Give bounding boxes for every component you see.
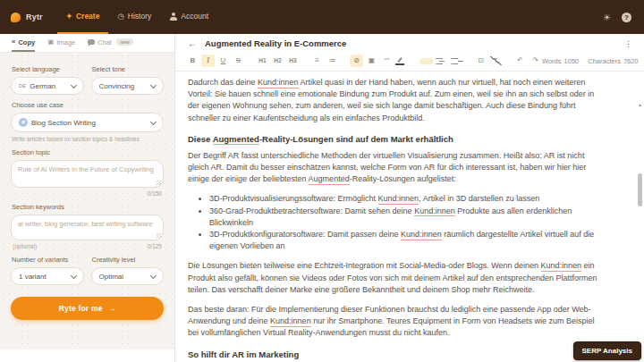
- align-left-button[interactable]: [419, 58, 433, 64]
- scroll-up-icon[interactable]: ▲: [638, 103, 642, 107]
- back-button[interactable]: ←: [188, 39, 197, 48]
- italic-button[interactable]: I: [201, 55, 215, 67]
- characters-stat: Characters7620: [588, 57, 638, 65]
- text-color-button[interactable]: [395, 57, 409, 65]
- creativity-select[interactable]: Optimal: [91, 267, 165, 285]
- paragraph: Der Begriff AR fasst unterschiedliche Me…: [188, 150, 601, 186]
- sidebar-panel: Select language DE German Select tone Co…: [0, 53, 174, 349]
- heading-3-button[interactable]: H3: [286, 55, 300, 67]
- section-heading: So hilft dir AR im Marketing: [188, 349, 601, 360]
- editor: ← Augmented Reality in E-Commerce ⋮ BIUS…: [175, 34, 644, 362]
- spellcheck-marked-text: Augmented: [213, 134, 259, 146]
- select-language-label: Select language: [12, 65, 83, 73]
- text-segment: -Reality-Lösungen aufgelistet:: [350, 174, 456, 183]
- undo-button[interactable]: ↶: [513, 55, 527, 67]
- text-segment: 3D-Produktkonfiguratorsoftware: Damit pa…: [209, 230, 401, 239]
- serp-analysis-button[interactable]: SERP Analysis: [573, 341, 641, 360]
- keywords-optional: (optional): [13, 243, 37, 249]
- resize-handle-icon[interactable]: [157, 181, 161, 185]
- nav-history-label: History: [128, 12, 151, 21]
- section-keywords-input[interactable]: [11, 215, 164, 240]
- use-case-icon: ∗: [19, 118, 28, 127]
- ryte-for-me-label: Ryte for me: [59, 304, 103, 313]
- redo-button[interactable]: ↷: [529, 55, 542, 67]
- clear-format-button[interactable]: T: [489, 55, 503, 67]
- brand[interactable]: Rytr: [11, 0, 43, 34]
- brand-name: Rytr: [26, 13, 43, 21]
- clock-icon: ◷: [117, 13, 123, 21]
- rytr-logo-icon: [11, 13, 21, 22]
- align-center-button[interactable]: [435, 58, 448, 64]
- unlink-button[interactable]: ⊘: [350, 55, 363, 67]
- ordered-list-button[interactable]: ≔: [326, 55, 339, 67]
- nav-create[interactable]: ✦ Create: [57, 0, 109, 34]
- insert-image-button[interactable]: ▣: [365, 55, 378, 67]
- list-item: 3D-Produktvisualisierungssoftware: Ermög…: [209, 193, 601, 205]
- chevron-down-icon: [150, 118, 157, 124]
- rytr-app: Rytr ✦ Create ◷ History Account ☀ ?: [0, 0, 644, 362]
- spellcheck-marked-text: Kund:innen: [258, 78, 299, 88]
- topbar-actions: ☀ ?: [590, 0, 644, 34]
- tab-copy[interactable]: ≡ Copy: [12, 34, 35, 52]
- tone-select[interactable]: Convincing: [91, 77, 165, 95]
- bold-button[interactable]: B: [186, 55, 199, 67]
- use-case-value: Blog Section Writing: [31, 119, 148, 127]
- nav-account-label: Account: [181, 12, 208, 21]
- copy-icon: ≡: [12, 38, 15, 46]
- nav-history[interactable]: ◷ History: [108, 0, 160, 34]
- topic-counter: 0/150: [148, 190, 162, 197]
- theme-toggle-icon[interactable]: ☀: [603, 13, 611, 22]
- section-keywords-label: Section keywords: [12, 203, 163, 211]
- section-topic-label: Section topic: [12, 148, 163, 156]
- section-topic-input[interactable]: [11, 160, 164, 188]
- sparkle-icon: ✦: [66, 13, 72, 21]
- document-title[interactable]: Augmented Reality in E-Commerce: [205, 38, 622, 48]
- arrow-right-icon: →: [108, 304, 116, 313]
- tab-chat[interactable]: Chat new: [88, 34, 133, 52]
- spellcheck-marked-text: Kund:innen: [401, 230, 442, 240]
- use-case-select[interactable]: ∗ Blog Section Writing: [11, 113, 164, 132]
- strikethrough-button[interactable]: S: [232, 55, 245, 67]
- spellcheck-marked-text: Kund:innen: [270, 316, 311, 327]
- variants-select[interactable]: 1 variant: [11, 267, 84, 285]
- spellcheck-marked-text: Kund:innen: [541, 261, 582, 272]
- language-value: German: [30, 82, 67, 90]
- list-item: 3D-Produktkonfiguratorsoftware: Damit pa…: [209, 229, 601, 252]
- tab-image[interactable]: ▣ Image: [47, 34, 75, 52]
- select-tone-label: Select tone: [92, 65, 164, 73]
- insert-media-button[interactable]: ⊡: [474, 55, 487, 67]
- ryte-for-me-button[interactable]: Ryte for me →: [11, 297, 164, 320]
- document-body[interactable]: Dadurch das deine Kund:innen Artikel qua…: [175, 72, 644, 362]
- topbar: Rytr ✦ Create ◷ History Account ☀ ?: [0, 0, 644, 34]
- toolbar-row: BIUSH1H2H3≡≔⊘▣“”⊡T↶↷ Words1050 Character…: [175, 51, 644, 72]
- editor-header: ← Augmented Reality in E-Commerce ⋮: [175, 34, 644, 51]
- text-segment: , Artikel in 3D darstellen zu lassen: [419, 194, 539, 203]
- language-select[interactable]: DE German: [11, 77, 84, 95]
- scrollbar[interactable]: ▲ ▼: [637, 105, 643, 357]
- text-segment: Die Lösungen bieten teilweise eine Echtz…: [188, 261, 541, 270]
- more-options-icon[interactable]: ⋮: [622, 39, 635, 48]
- person-icon: [169, 13, 177, 21]
- paragraph: Die Lösungen bieten teilweise eine Echtz…: [188, 260, 601, 296]
- bullet-list-button[interactable]: ≡: [310, 55, 324, 67]
- heading-1-button[interactable]: H1: [256, 55, 269, 67]
- scrollbar-thumb[interactable]: [638, 173, 642, 206]
- heading-2-button[interactable]: H2: [271, 55, 284, 67]
- nav-create-label: Create: [76, 12, 99, 21]
- text-segment: -Reality-Lösungen sind auf dem Markt erh…: [259, 134, 453, 144]
- editor-toolbar: BIUSH1H2H3≡≔⊘▣“”⊡T↶↷: [186, 55, 542, 67]
- new-badge: new: [116, 38, 133, 46]
- underline-button[interactable]: U: [216, 55, 230, 67]
- align-right-button[interactable]: [450, 58, 463, 64]
- spellcheck-marked-text: Kund:innen: [378, 194, 419, 205]
- help-icon[interactable]: ?: [622, 13, 631, 22]
- blockquote-button[interactable]: “”: [380, 55, 394, 67]
- paragraph: Das beste daran: Für die Implementierung…: [188, 304, 601, 340]
- spellcheck-marked-text: Kund:innen: [414, 206, 455, 217]
- text-segment: 3D-Produktvisualisierungssoftware: Ermög…: [209, 194, 378, 203]
- chevron-down-icon: [150, 272, 157, 278]
- resize-handle-icon[interactable]: [157, 233, 161, 238]
- nav-account[interactable]: Account: [160, 0, 217, 34]
- word-count: Words1050 Characters7620: [542, 57, 639, 65]
- creativity-value: Optimal: [99, 273, 148, 281]
